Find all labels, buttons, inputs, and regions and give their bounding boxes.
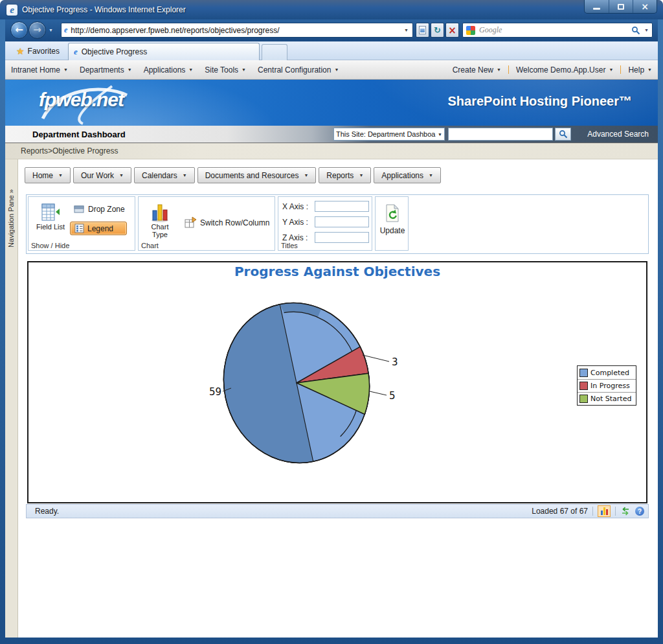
- chart-toolbar: Field List Drop Zone: [26, 194, 649, 254]
- new-tab-stub[interactable]: [262, 44, 287, 60]
- address-bar[interactable]: e http://demo.appserver.fpweb.net/report…: [61, 23, 413, 38]
- favorites-bar: ★ Favorites e Objective Progress: [5, 41, 658, 60]
- navigation-pane-collapsed[interactable]: Navigation Pane »: [5, 159, 18, 638]
- field-list-button[interactable]: Field List: [35, 202, 66, 231]
- chevron-down-icon: ▼: [63, 67, 68, 72]
- tab-favicon-icon: e: [74, 47, 78, 57]
- navigation-pane-label: Navigation Pane »: [7, 189, 15, 247]
- favorites-button[interactable]: ★ Favorites: [10, 43, 65, 58]
- breadcrumb[interactable]: Reports>Objective Progress: [5, 143, 658, 159]
- update-group: Update: [375, 196, 409, 251]
- stop-button[interactable]: ×: [445, 23, 459, 38]
- z-axis-input[interactable]: [315, 232, 369, 243]
- star-icon: ★: [16, 47, 25, 56]
- chevron-down-icon: ▼: [304, 173, 308, 178]
- drop-zone-button[interactable]: Drop Zone: [70, 203, 129, 215]
- address-dropdown-icon[interactable]: ▼: [403, 28, 410, 32]
- tab-applications[interactable]: Applications▼: [374, 167, 441, 183]
- url-text[interactable]: http://demo.appserver.fpweb.net/reports/…: [71, 26, 399, 35]
- menu-central-configuration[interactable]: Central Configuration▼: [252, 65, 344, 75]
- page-favicon-icon: e: [64, 25, 67, 35]
- site-banner: fpweb.net SharePoint Hosting Pioneer™: [5, 80, 658, 126]
- menu-site-tools[interactable]: Site Tools▼: [199, 65, 252, 75]
- tab-home[interactable]: Home▼: [25, 167, 71, 183]
- site-title[interactable]: Department Dashboard: [5, 130, 126, 139]
- maximize-icon: [618, 4, 624, 10]
- maximize-button[interactable]: [609, 0, 633, 13]
- update-button[interactable]: Update: [379, 203, 406, 235]
- tab-reports[interactable]: Reports▼: [319, 167, 371, 183]
- forward-button[interactable]: →: [28, 21, 46, 39]
- chart-view-toggle-button[interactable]: [598, 505, 611, 517]
- search-magnifier-icon[interactable]: [631, 26, 640, 35]
- menu-applications[interactable]: Applications▼: [138, 65, 199, 75]
- menu-help[interactable]: Help▼: [622, 65, 658, 75]
- z-axis-label: Z Axis :: [282, 233, 315, 242]
- loaded-count: Loaded 67 of 67: [532, 507, 588, 516]
- menu-departments[interactable]: Departments▼: [74, 65, 138, 75]
- group-label: Titles: [281, 242, 298, 249]
- chevron-down-icon: ▼: [188, 67, 193, 72]
- chevron-down-icon: ▼: [242, 67, 246, 72]
- menu-welcome-user[interactable]: Welcome Demo.App.User▼: [510, 65, 619, 75]
- chevron-down-icon: ▼: [609, 67, 613, 72]
- show-hide-group: Field List Drop Zone: [28, 196, 135, 251]
- chart-type-icon: [150, 202, 170, 223]
- chevron-down-icon: ▼: [183, 173, 187, 178]
- data-label-not-started: 5: [389, 390, 396, 402]
- chevron-down-icon: ▼: [334, 67, 339, 72]
- y-axis-label: Y Axis :: [282, 218, 315, 227]
- chart-group: Chart Type Switch Row/Column Chart: [138, 196, 275, 251]
- close-button[interactable]: ×: [633, 0, 657, 13]
- tab-our-work[interactable]: Our Work▼: [73, 167, 131, 183]
- site-search-input[interactable]: [448, 128, 553, 141]
- chevron-down-icon: ▼: [359, 173, 363, 178]
- back-button[interactable]: ←: [10, 21, 28, 39]
- update-refresh-icon: [385, 203, 400, 223]
- legend-item-in-progress: In Progress: [578, 379, 636, 392]
- site-tab-strip: Home▼ Our Work▼ Calendars▼ Documents and…: [25, 167, 441, 183]
- tab-objective-progress[interactable]: e Objective Progress: [68, 43, 260, 60]
- top-link-bar: Intranet Home▼ Departments▼ Applications…: [5, 60, 658, 80]
- web-search-box[interactable]: Google ▼: [462, 23, 653, 38]
- refresh-data-icon[interactable]: [620, 507, 631, 516]
- legend-toggle-button[interactable]: Legend: [70, 222, 127, 235]
- site-header-bar: Department Dashboard This Site: Departme…: [5, 126, 658, 143]
- y-axis-input[interactable]: [315, 216, 369, 227]
- legend-item-completed: Completed: [578, 366, 636, 379]
- leader-line-in-progress: [363, 355, 389, 362]
- site-search-go-button[interactable]: [555, 128, 571, 141]
- page-content: Navigation Pane » Home▼ Our Work▼ Calend…: [5, 159, 658, 638]
- group-label: Show / Hide: [31, 242, 69, 249]
- title-bar: e Objective Progress - Windows Internet …: [0, 0, 663, 19]
- page-render-button[interactable]: [416, 23, 429, 38]
- chart-status-bar: Ready. Loaded 67 of 67 ?: [26, 504, 649, 518]
- search-icon: [559, 130, 568, 139]
- chevron-down-icon: ▼: [429, 173, 433, 178]
- menu-create-new[interactable]: Create New▼: [447, 65, 507, 75]
- history-dropdown[interactable]: ▼: [49, 28, 53, 32]
- tab-calendars[interactable]: Calendars▼: [134, 167, 195, 183]
- search-options-icon[interactable]: ▼: [644, 28, 649, 32]
- tab-documents-and-resources[interactable]: Documents and Resources▼: [197, 167, 317, 183]
- chevron-down-icon: ▼: [438, 132, 442, 137]
- switch-row-column-button[interactable]: Switch Row/Column: [180, 215, 273, 231]
- chevron-down-icon: ▼: [647, 67, 652, 72]
- banner-tagline: SharePoint Hosting Pioneer™: [448, 94, 632, 109]
- x-axis-label: X Axis :: [282, 202, 315, 211]
- tab-title: Objective Progress: [82, 47, 147, 56]
- menu-intranet-home[interactable]: Intranet Home▼: [5, 65, 74, 75]
- chart-legend: Completed In Progress Not Started: [577, 365, 636, 406]
- x-axis-input[interactable]: [315, 201, 369, 212]
- minimize-button[interactable]: [585, 0, 609, 13]
- close-icon: ×: [641, 2, 649, 11]
- pie-chart: 59 3 5: [28, 262, 646, 502]
- chart-type-button[interactable]: Chart Type: [144, 202, 176, 238]
- search-scope-dropdown[interactable]: This Site: Department Dashboa ▼: [333, 128, 445, 141]
- help-icon[interactable]: ?: [635, 507, 644, 516]
- refresh-button[interactable]: ↻: [431, 23, 444, 38]
- favorites-label: Favorites: [28, 47, 60, 56]
- advanced-search-link[interactable]: Advanced Search: [587, 126, 649, 143]
- fpweb-logo[interactable]: fpweb.net: [39, 89, 124, 111]
- scope-dropdown-value: This Site: Department Dashboa: [336, 130, 435, 138]
